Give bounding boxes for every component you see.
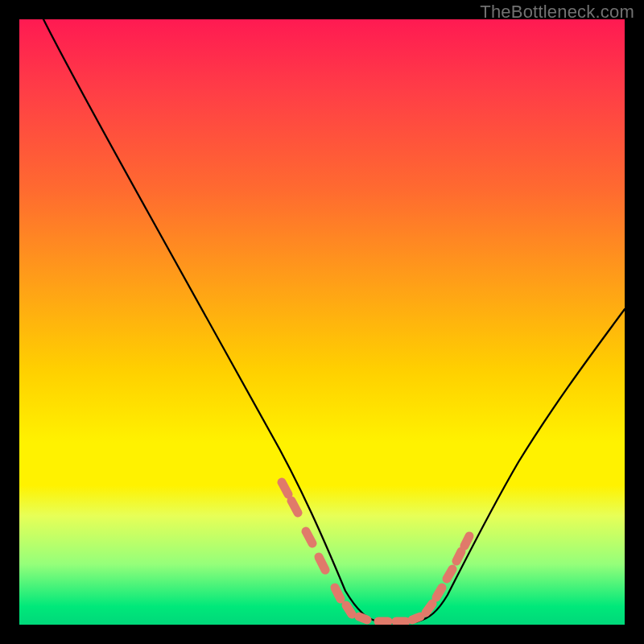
marker-dash bbox=[456, 551, 461, 561]
chart-stage: TheBottleneck.com bbox=[0, 0, 644, 644]
marker-dash bbox=[335, 588, 341, 599]
marker-dash bbox=[291, 501, 298, 513]
marker-dash bbox=[426, 604, 432, 613]
curve-layer bbox=[19, 19, 625, 625]
marker-dash bbox=[436, 588, 442, 597]
bottleneck-curve bbox=[43, 19, 625, 623]
marker-dash bbox=[447, 569, 452, 579]
marker-dash bbox=[464, 536, 469, 546]
marker-dash bbox=[282, 482, 288, 494]
marker-dash bbox=[359, 617, 367, 620]
marker-dash bbox=[319, 557, 325, 570]
marker-dash bbox=[306, 531, 312, 543]
marker-dash bbox=[346, 605, 352, 614]
watermark-text: TheBottleneck.com bbox=[480, 2, 634, 23]
marker-dash bbox=[412, 617, 420, 620]
marker-group bbox=[282, 482, 469, 621]
plot-area bbox=[19, 19, 625, 625]
